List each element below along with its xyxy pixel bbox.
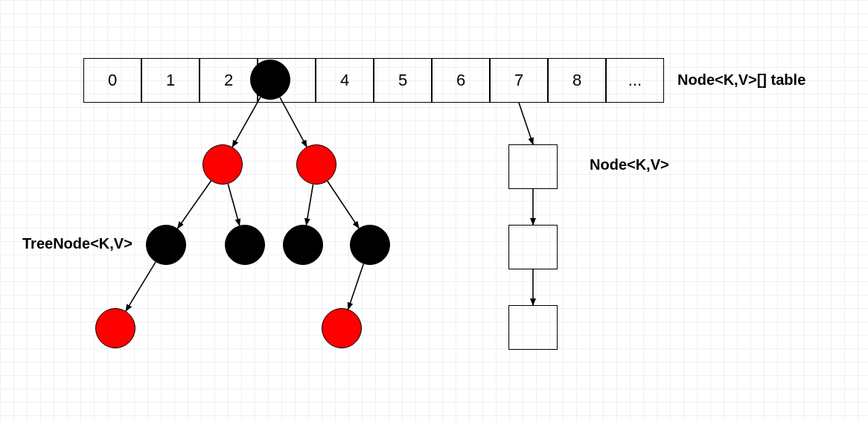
node-label: Node<K,V> — [590, 156, 669, 173]
svg-line-8 — [519, 103, 533, 144]
table-cell-4: 4 — [316, 58, 374, 103]
table-cell-8: 8 — [548, 58, 606, 103]
diagram-stage: Node<K,V>[] table Node<K,V> TreeNode<K,V… — [0, 0, 868, 422]
tree-node-l2d — [350, 225, 390, 265]
table-cell-9: ... — [606, 58, 664, 103]
svg-line-0 — [232, 97, 261, 147]
table-cell-2: 2 — [200, 58, 258, 103]
tree-node-l2c — [283, 225, 323, 265]
tree-node-l3a — [95, 308, 135, 348]
table-cell-5: 5 — [374, 58, 432, 103]
tree-node-root — [250, 60, 290, 100]
svg-line-7 — [348, 264, 364, 310]
tree-node-l3b — [322, 308, 362, 348]
svg-line-5 — [328, 181, 359, 228]
list-node-n1 — [508, 144, 558, 189]
treenode-label: TreeNode<K,V> — [22, 235, 133, 252]
svg-line-2 — [178, 181, 211, 228]
list-node-n2 — [508, 225, 558, 269]
list-node-n3 — [508, 305, 558, 350]
tree-node-l1a — [202, 144, 243, 185]
table-cell-0: 0 — [83, 58, 141, 103]
tree-node-l1b — [296, 144, 336, 185]
tree-node-l2a — [146, 225, 186, 265]
svg-line-1 — [280, 97, 307, 147]
svg-line-4 — [306, 185, 313, 226]
svg-line-3 — [228, 184, 240, 226]
table-cell-1: 1 — [141, 58, 200, 103]
tree-node-l2b — [225, 225, 265, 265]
svg-line-6 — [126, 262, 156, 311]
table-cell-6: 6 — [432, 58, 490, 103]
table-cell-7: 7 — [490, 58, 548, 103]
table-array-label: Node<K,V>[] table — [677, 71, 805, 89]
